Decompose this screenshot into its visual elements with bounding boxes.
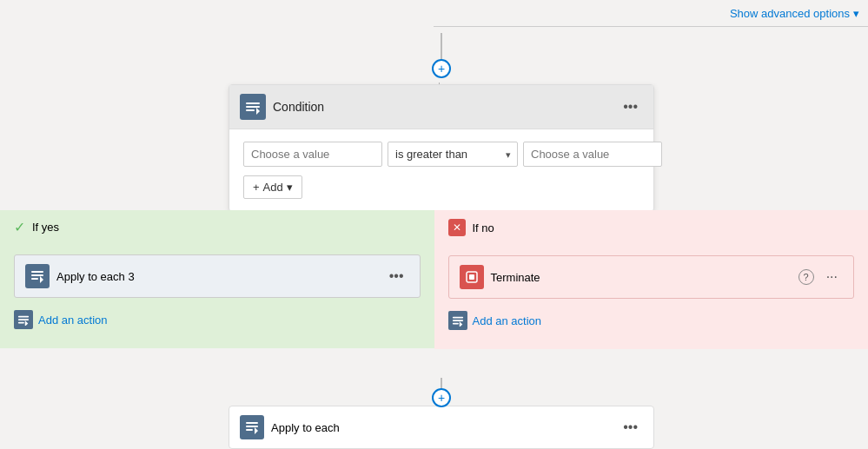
condition-value1-input[interactable]	[243, 142, 382, 167]
svg-marker-11	[25, 320, 29, 326]
svg-marker-21	[255, 427, 258, 434]
branch-yes-header: ✓ If yes	[0, 210, 434, 244]
branch-yes-label: If yes	[32, 221, 59, 234]
terminate-label: Terminate	[491, 271, 540, 284]
condition-card: Condition ••• is greater than + Add ▾	[229, 84, 654, 212]
advanced-options-bar[interactable]: Show advanced options ▾	[730, 7, 859, 20]
plus-icon-top: +	[438, 62, 445, 76]
condition-title: Condition	[273, 100, 324, 114]
apply-each-bottom-more-button[interactable]: •••	[618, 418, 643, 437]
terminate-card-left: Terminate	[460, 265, 540, 289]
svg-marker-3	[256, 108, 260, 115]
svg-rect-13	[469, 274, 474, 280]
svg-rect-18	[246, 422, 258, 424]
svg-marker-7	[40, 276, 43, 283]
add-circle-bottom[interactable]: +	[432, 388, 451, 407]
condition-more-options-button[interactable]: •••	[618, 97, 643, 116]
condition-icon	[240, 94, 266, 120]
apply-each-3-more-button[interactable]: •••	[384, 267, 409, 286]
condition-header-left: Condition	[240, 94, 324, 120]
add-action-no-link[interactable]: Add an action	[448, 307, 855, 333]
branch-no: ✕ If no Terminate ?	[434, 210, 869, 349]
plus-icon: +	[253, 181, 260, 194]
terminate-help-button[interactable]: ?	[798, 269, 814, 285]
apply-each-3-card-left: Apply to each 3	[25, 264, 135, 288]
condition-operator-wrapper: is greater than	[388, 142, 518, 167]
checkmark-icon: ✓	[14, 219, 25, 235]
chevron-down-icon: ▾	[853, 7, 859, 20]
add-action-no-label: Add an action	[473, 314, 542, 327]
svg-rect-15	[452, 320, 462, 321]
terminate-icon	[460, 265, 484, 289]
add-action-no-icon	[448, 311, 467, 330]
apply-each-3-icon	[25, 264, 50, 288]
apply-each-bottom-left: Apply to each	[240, 415, 340, 439]
svg-rect-5	[31, 274, 43, 276]
add-action-yes-label: Add an action	[38, 314, 108, 327]
terminate-more-button[interactable]: ···	[821, 267, 843, 287]
svg-rect-1	[246, 106, 260, 108]
branch-no-label: If no	[473, 221, 494, 234]
svg-rect-14	[452, 317, 462, 319]
condition-row: is greater than	[243, 142, 639, 167]
add-label: Add	[263, 181, 283, 194]
condition-header: Condition •••	[229, 85, 653, 129]
apply-each-bottom-icon	[240, 415, 264, 439]
condition-operator-select[interactable]: is greater than	[388, 142, 518, 167]
branches-container: ✓ If yes Apply to each 3 •	[0, 210, 868, 349]
svg-rect-16	[452, 323, 458, 325]
top-connector-line	[434, 26, 868, 27]
branch-yes: ✓ If yes Apply to each 3 •	[0, 210, 434, 349]
apply-each-bottom-card: Apply to each •••	[229, 406, 654, 449]
condition-value2-input[interactable]	[523, 142, 662, 167]
chevron-icon: ▾	[287, 181, 293, 194]
svg-rect-4	[31, 271, 43, 273]
svg-marker-17	[459, 321, 462, 327]
svg-rect-9	[18, 319, 29, 320]
branch-yes-content: Apply to each 3 ••• Add an action	[0, 244, 434, 348]
condition-body: is greater than + Add ▾	[229, 129, 653, 211]
svg-rect-19	[246, 426, 258, 427]
branch-no-header: ✕ If no	[434, 210, 869, 245]
svg-rect-20	[246, 429, 253, 431]
svg-rect-8	[18, 316, 29, 318]
apply-each-3-label: Apply to each 3	[56, 270, 135, 283]
add-action-yes-icon	[14, 310, 33, 329]
add-circle-top[interactable]: +	[432, 59, 451, 78]
apply-each-bottom-label: Apply to each	[271, 421, 340, 434]
svg-rect-2	[246, 109, 255, 111]
apply-each-3-card: Apply to each 3 •••	[14, 254, 421, 298]
condition-add-button[interactable]: + Add ▾	[243, 175, 302, 199]
terminate-card: Terminate ? ···	[448, 255, 855, 299]
add-action-yes-link[interactable]: Add an action	[14, 307, 421, 333]
x-icon: ✕	[448, 219, 466, 236]
svg-rect-0	[246, 102, 260, 104]
svg-rect-6	[31, 278, 38, 280]
plus-icon-bottom: +	[438, 391, 445, 405]
branch-no-content: Terminate ? ···	[434, 245, 869, 349]
svg-rect-10	[18, 322, 24, 324]
question-icon: ?	[804, 272, 809, 282]
advanced-options-label: Show advanced options	[730, 7, 850, 20]
